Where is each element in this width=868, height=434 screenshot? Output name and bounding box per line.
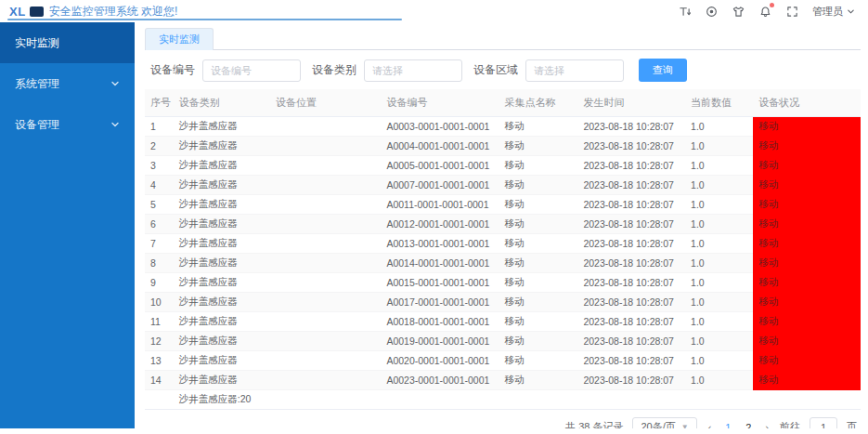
table-row: 1 沙井盖感应器 A0003-0001-0001-0001 移动 2023-08… xyxy=(145,116,861,136)
page-number[interactable]: 1 xyxy=(722,422,733,429)
device-category-label: 设备类别 xyxy=(312,62,356,78)
cell-code: A0015-0001-0001-0001 xyxy=(381,272,499,292)
fullscreen-icon[interactable] xyxy=(785,5,798,18)
cell-time: 2023-08-18 10:28:07 xyxy=(577,175,685,194)
chevron-down-icon xyxy=(847,7,855,16)
cell-code: A0018-0001-0001-0001 xyxy=(381,311,499,331)
sidebar-item-device-management[interactable]: 设备管理 xyxy=(0,104,135,145)
brand: XL 安全监控管理系统 欢迎您! xyxy=(9,4,177,20)
cell-value: 1.0 xyxy=(685,272,753,292)
app-header: XL 安全监控管理系统 欢迎您! 管理员 xyxy=(0,0,868,22)
column-header: 设备类别 xyxy=(174,89,270,116)
table-row: 3 沙井盖感应器 A0005-0001-0001-0001 移动 2023-08… xyxy=(145,155,861,175)
user-name: 管理员 xyxy=(812,5,843,19)
column-header: 当前数值 xyxy=(685,89,753,116)
cell-value: 1.0 xyxy=(685,311,753,331)
column-header: 设备编号 xyxy=(381,89,499,116)
cell-point: 移动 xyxy=(499,370,578,389)
prev-page-button[interactable]: ‹ xyxy=(706,422,714,429)
main-layout: 实时监测 系统管理 设备管理 实时监测 设备编号 设备类别 设备区域 查询 xyxy=(0,22,868,428)
cell-no: 13 xyxy=(145,350,174,370)
table-row: 5 沙井盖感应器 A0011-0001-0001-0001 移动 2023-08… xyxy=(145,194,861,214)
cell-time: 2023-08-18 10:28:07 xyxy=(577,194,685,214)
page-number[interactable]: 2 xyxy=(743,422,754,429)
cell-time: 2023-08-18 10:28:07 xyxy=(577,370,685,389)
cell-location xyxy=(270,214,382,233)
filter-row: 设备编号 设备类别 设备区域 查询 xyxy=(145,50,861,89)
cell-code: A0005-0001-0001-0001 xyxy=(381,155,499,175)
cell-code: A0013-0001-0001-0001 xyxy=(381,233,499,253)
font-size-icon[interactable] xyxy=(678,5,691,18)
table-body: 1 沙井盖感应器 A0003-0001-0001-0001 移动 2023-08… xyxy=(145,116,861,389)
content-area: 实时监测 设备编号 设备类别 设备区域 查询 序号设备类别设备位置设备编号采集点… xyxy=(135,22,868,428)
table-row: 11 沙井盖感应器 A0018-0001-0001-0001 移动 2023-0… xyxy=(145,311,861,331)
page-size-select[interactable]: 20条/页 ▼ xyxy=(632,417,696,429)
cell-code: A0004-0001-0001-0001 xyxy=(381,136,499,155)
cell-no: 9 xyxy=(145,272,174,292)
next-page-button[interactable]: › xyxy=(763,422,771,429)
cell-status: 移动 xyxy=(753,116,861,136)
device-region-select[interactable] xyxy=(525,59,624,82)
device-no-label: 设备编号 xyxy=(150,62,195,78)
cell-location xyxy=(270,370,382,389)
cell-status: 移动 xyxy=(753,272,861,292)
cell-status: 移动 xyxy=(753,175,861,194)
cell-status: 移动 xyxy=(753,311,861,331)
column-header: 设备状况 xyxy=(753,89,861,116)
circle-dot-icon[interactable] xyxy=(705,5,718,18)
cell-value: 1.0 xyxy=(685,292,753,311)
cell-status: 移动 xyxy=(753,370,861,389)
cell-time: 2023-08-18 10:28:07 xyxy=(577,233,685,253)
brand-logo-mark xyxy=(30,7,44,17)
device-category-select[interactable] xyxy=(364,59,462,82)
column-header: 设备位置 xyxy=(270,89,382,116)
cell-time: 2023-08-18 10:28:07 xyxy=(577,331,685,350)
notification-bell-icon[interactable] xyxy=(758,5,771,18)
cell-status: 移动 xyxy=(753,155,861,175)
sidebar-item-system-management[interactable]: 系统管理 xyxy=(0,63,135,104)
theme-tshirt-icon[interactable] xyxy=(732,5,745,18)
cell-no: 4 xyxy=(145,175,174,194)
goto-label: 前往 xyxy=(780,420,800,428)
cell-category: 沙井盖感应器 xyxy=(174,272,270,292)
sidebar-item-realtime-monitoring[interactable]: 实时监测 xyxy=(0,22,135,63)
tab-realtime-monitoring[interactable]: 实时监测 xyxy=(145,28,214,50)
cell-code: A0017-0001-0001-0001 xyxy=(381,292,499,311)
cell-code: A0012-0001-0001-0001 xyxy=(381,214,499,233)
cell-point: 移动 xyxy=(499,272,578,292)
sidebar-item-label: 系统管理 xyxy=(15,76,59,92)
user-menu[interactable]: 管理员 xyxy=(812,5,855,19)
cell-no: 8 xyxy=(145,253,174,272)
cell-value: 1.0 xyxy=(685,331,753,350)
table-row: 4 沙井盖感应器 A0007-0001-0001-0001 移动 2023-08… xyxy=(145,175,861,194)
cell-time: 2023-08-18 10:28:07 xyxy=(577,292,685,311)
page-title: 安全监控管理系统 欢迎您! xyxy=(49,4,178,20)
cell-point: 移动 xyxy=(499,331,578,350)
search-button[interactable]: 查询 xyxy=(639,59,687,82)
cell-category: 沙井盖感应器 xyxy=(174,331,270,350)
cell-location xyxy=(270,331,382,350)
cell-value: 1.0 xyxy=(685,136,753,155)
tab-bar: 实时监测 xyxy=(145,28,861,50)
cell-status: 移动 xyxy=(753,292,861,311)
table-row: 8 沙井盖感应器 A0014-0001-0001-0001 移动 2023-08… xyxy=(145,253,861,272)
cell-category: 沙井盖感应器 xyxy=(174,175,270,194)
cell-category: 沙井盖感应器 xyxy=(174,350,270,370)
cell-no: 2 xyxy=(145,136,174,155)
cell-category: 沙井盖感应器 xyxy=(174,155,270,175)
cell-value: 1.0 xyxy=(685,350,753,370)
cell-status: 移动 xyxy=(753,233,861,253)
chevron-down-icon xyxy=(110,120,120,129)
page-size-value: 20条/页 xyxy=(641,420,675,428)
cell-code: A0003-0001-0001-0001 xyxy=(381,116,499,136)
cell-no: 11 xyxy=(145,311,174,331)
cell-point: 移动 xyxy=(499,350,578,370)
cell-no: 3 xyxy=(145,155,174,175)
device-no-input[interactable] xyxy=(202,59,301,82)
goto-page-input[interactable] xyxy=(810,417,837,429)
cell-code: A0011-0001-0001-0001 xyxy=(381,194,499,214)
cell-code: A0023-0001-0001-0001 xyxy=(381,370,499,389)
cell-point: 移动 xyxy=(499,136,578,155)
cell-value: 1.0 xyxy=(685,155,753,175)
cell-code: A0019-0001-0001-0001 xyxy=(381,331,499,350)
